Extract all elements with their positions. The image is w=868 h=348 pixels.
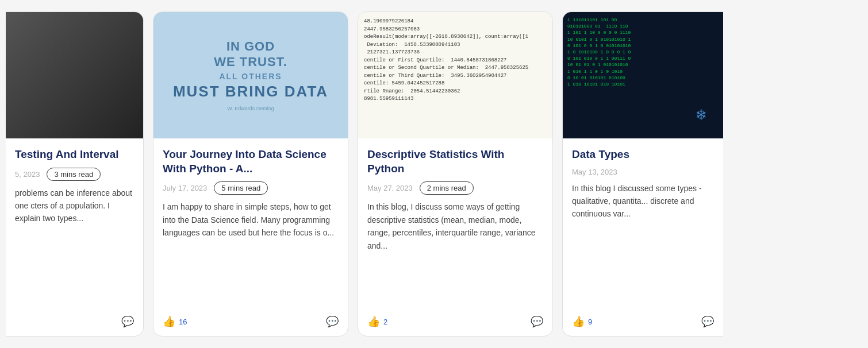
card-1-footer: 💬 (6, 310, 143, 336)
card-1-excerpt: problems can be inference about one cter… (15, 187, 134, 298)
card-3-date: May 27, 2023 (367, 184, 413, 192)
card-1-date: 5, 2023 (15, 170, 40, 179)
card-4-footer: 👍 9 💬 (563, 310, 723, 336)
card-2-body: Your Journey Into Data Science With Pyth… (153, 138, 348, 307)
card-1-comment-button[interactable]: 💬 (121, 315, 134, 328)
card-1-read-badge: 3 mins read (47, 168, 101, 181)
card-1-meta: 5, 2023 3 mins read (15, 168, 134, 181)
card-2-excerpt: I am happy to share in simple steps, how… (163, 200, 339, 298)
card-2-like-button[interactable]: 👍 16 (163, 315, 187, 328)
card-3-excerpt: In this blog, I discuss some ways of get… (367, 200, 543, 298)
card-3-title: Descriptive Statistics With Python (367, 148, 543, 176)
card-3-thumb-icon: 👍 (367, 315, 380, 328)
card-4-meta: May 13, 2023 (572, 168, 714, 176)
card-2-read-badge: 5 mins read (214, 181, 268, 195)
cards-container: Testing And Interval 5, 2023 3 mins read… (0, 0, 868, 348)
card-4-like-button[interactable]: 👍 9 (572, 315, 592, 328)
card-4-title: Data Types (572, 148, 714, 162)
card-2-image: IN GOD WE TRUST. ALL OTHERS MUST BRING D… (153, 12, 348, 138)
card-4-thumb-icon: 👍 (572, 315, 585, 328)
card-3-comment-button[interactable]: 💬 (531, 315, 543, 328)
card-2-quote-line2: WE TRUST. (214, 55, 287, 69)
card-4-like-count: 9 (588, 318, 592, 326)
card-4-matrix-text: 1 111011101 101 00 010101000 01 1110 110… (567, 17, 631, 87)
card-2-quote-line3: MUST BRING DATA (173, 83, 328, 100)
card-4-image: 1 111011101 101 00 010101000 01 1110 110… (563, 12, 723, 138)
card-4-snowflake-icon: ❄ (696, 105, 706, 127)
card-2-quote-attr: W. Edwards Deming (227, 106, 274, 111)
card-1-title: Testing And Interval (15, 148, 134, 162)
card-3-meta: May 27, 2023 2 mins read (367, 181, 543, 195)
card-4-comment-button[interactable]: 💬 (701, 315, 714, 328)
card-4-body: Data Types May 13, 2023 In this blog I d… (563, 138, 723, 307)
card-4-date: May 13, 2023 (572, 168, 617, 176)
card-3-like-button[interactable]: 👍 2 (367, 315, 387, 328)
card-3-code-content: 48.1909979226184 2447.9583256257083 odeR… (364, 18, 547, 103)
card-2-title: Your Journey Into Data Science With Pyth… (163, 148, 339, 176)
card-2-like-count: 16 (179, 318, 187, 326)
card-2-quote-sub: ALL OTHERS (219, 72, 282, 81)
card-2-quote-line1: IN GOD (226, 39, 275, 54)
card-1: Testing And Interval 5, 2023 3 mins read… (6, 11, 144, 337)
card-3-footer: 👍 2 💬 (358, 310, 552, 336)
card-2: IN GOD WE TRUST. ALL OTHERS MUST BRING D… (153, 11, 348, 337)
card-2-thumb-icon: 👍 (163, 315, 175, 328)
card-3-image: 48.1909979226184 2447.9583256257083 odeR… (358, 12, 552, 138)
card-4-excerpt: In this blog I discussed some types - qu… (572, 182, 714, 298)
card-1-image (6, 12, 143, 138)
card-3-body: Descriptive Statistics With Python May 2… (358, 138, 552, 307)
card-2-footer: 👍 16 💬 (153, 310, 348, 336)
card-4: 1 111011101 101 00 010101000 01 1110 110… (562, 11, 723, 337)
card-3: 48.1909979226184 2447.9583256257083 odeR… (358, 11, 553, 337)
card-3-like-count: 2 (383, 318, 387, 326)
card-2-date: July 17, 2023 (163, 184, 207, 192)
card-2-meta: July 17, 2023 5 mins read (163, 181, 339, 195)
card-3-read-badge: 2 mins read (420, 181, 474, 195)
card-1-body: Testing And Interval 5, 2023 3 mins read… (6, 138, 143, 307)
card-2-comment-button[interactable]: 💬 (326, 315, 339, 328)
